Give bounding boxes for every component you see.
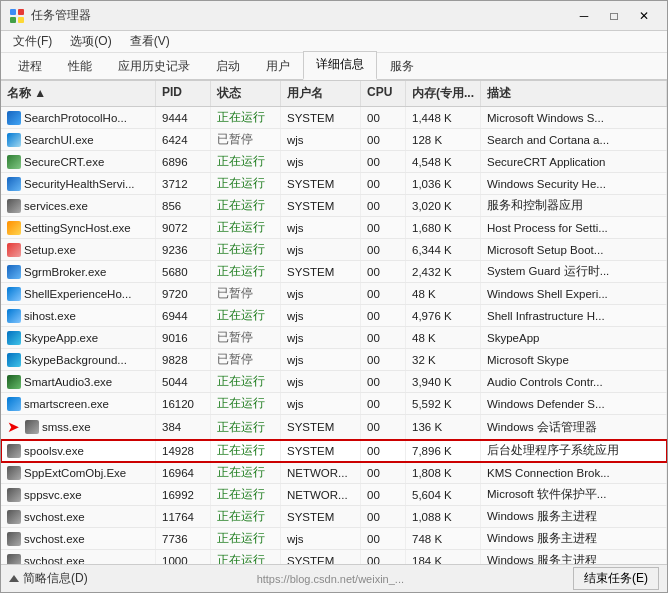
cell-mem: 6,344 K: [406, 239, 481, 260]
cell-cpu: 00: [361, 217, 406, 238]
menu-file[interactable]: 文件(F): [5, 31, 60, 52]
cell-pid: 14928: [156, 440, 211, 461]
cell-pid: 9016: [156, 327, 211, 348]
cell-status: 正在运行: [211, 261, 281, 282]
col-desc[interactable]: 描述: [481, 81, 667, 106]
cell-pid: 5680: [156, 261, 211, 282]
cell-pid: 16964: [156, 462, 211, 483]
col-pid[interactable]: PID: [156, 81, 211, 106]
cell-mem: 4,976 K: [406, 305, 481, 326]
cell-pid: 9444: [156, 107, 211, 128]
table-row[interactable]: SearchProtocolHo... 9444 正在运行 SYSTEM 00 …: [1, 107, 667, 129]
tab-services[interactable]: 服务: [377, 53, 427, 80]
end-task-button[interactable]: 结束任务(E): [573, 567, 659, 590]
close-button[interactable]: ✕: [629, 6, 659, 26]
cell-pid: 6424: [156, 129, 211, 150]
toggle-detail[interactable]: 简略信息(D): [9, 570, 88, 587]
tab-startup[interactable]: 启动: [203, 53, 253, 80]
cell-cpu: 00: [361, 151, 406, 172]
cell-user: wjs: [281, 239, 361, 260]
table-row[interactable]: spoolsv.exe 14928 正在运行 SYSTEM 00 7,896 K…: [1, 440, 667, 462]
col-mem[interactable]: 内存(专用...: [406, 81, 481, 106]
table-row[interactable]: SmartAudio3.exe 5044 正在运行 wjs 00 3,940 K…: [1, 371, 667, 393]
cell-cpu: 00: [361, 550, 406, 564]
menu-view[interactable]: 查看(V): [122, 31, 178, 52]
cell-pid: 384: [156, 415, 211, 439]
table-row[interactable]: ShellExperienceHo... 9720 已暂停 wjs 00 48 …: [1, 283, 667, 305]
cell-name: SettingSyncHost.exe: [1, 217, 156, 238]
process-icon: [7, 554, 21, 565]
tab-process[interactable]: 进程: [5, 53, 55, 80]
tab-details[interactable]: 详细信息: [303, 51, 377, 80]
table-row[interactable]: SkypeBackground... 9828 已暂停 wjs 00 32 K …: [1, 349, 667, 371]
table-row[interactable]: svchost.exe 11764 正在运行 SYSTEM 00 1,088 K…: [1, 506, 667, 528]
process-icon: [7, 375, 21, 389]
menu-options[interactable]: 选项(O): [62, 31, 119, 52]
cell-pid: 6896: [156, 151, 211, 172]
table-row[interactable]: sppsvc.exe 16992 正在运行 NETWOR... 00 5,604…: [1, 484, 667, 506]
col-cpu[interactable]: CPU: [361, 81, 406, 106]
cell-cpu: 00: [361, 107, 406, 128]
table-row[interactable]: SecurityHealthServi... 3712 正在运行 SYSTEM …: [1, 173, 667, 195]
process-icon: [7, 221, 21, 235]
cell-name: svchost.exe: [1, 528, 156, 549]
table-row[interactable]: SecureCRT.exe 6896 正在运行 wjs 00 4,548 K S…: [1, 151, 667, 173]
arrow-up-icon: [9, 575, 19, 582]
svg-rect-2: [10, 17, 16, 23]
table-row[interactable]: svchost.exe 7736 正在运行 wjs 00 748 K Windo…: [1, 528, 667, 550]
cell-user: SYSTEM: [281, 440, 361, 461]
cell-cpu: 00: [361, 484, 406, 505]
cell-status: 已暂停: [211, 129, 281, 150]
cell-name: Setup.exe: [1, 239, 156, 260]
cell-status: 正在运行: [211, 305, 281, 326]
cell-cpu: 00: [361, 129, 406, 150]
cell-desc: SecureCRT Application: [481, 151, 667, 172]
cell-cpu: 00: [361, 327, 406, 348]
process-icon: [7, 510, 21, 524]
title-bar-left: 任务管理器: [9, 7, 91, 24]
col-status[interactable]: 状态: [211, 81, 281, 106]
cell-desc: Windows 服务主进程: [481, 550, 667, 564]
cell-mem: 5,592 K: [406, 393, 481, 414]
cell-user: SYSTEM: [281, 173, 361, 194]
table-row[interactable]: svchost.exe 1000 正在运行 SYSTEM 00 184 K Wi…: [1, 550, 667, 564]
window-controls: ─ □ ✕: [569, 6, 659, 26]
svg-rect-3: [18, 17, 24, 23]
table-header: 名称 ▲ PID 状态 用户名 CPU 内存(专用... 描述: [1, 81, 667, 107]
tab-users[interactable]: 用户: [253, 53, 303, 80]
table-row[interactable]: sihost.exe 6944 正在运行 wjs 00 4,976 K Shel…: [1, 305, 667, 327]
cell-desc: Microsoft Windows S...: [481, 107, 667, 128]
cell-status: 正在运行: [211, 195, 281, 216]
minimize-button[interactable]: ─: [569, 6, 599, 26]
table-row[interactable]: SearchUI.exe 6424 已暂停 wjs 00 128 K Searc…: [1, 129, 667, 151]
tab-performance[interactable]: 性能: [55, 53, 105, 80]
process-icon: [7, 111, 21, 125]
cell-name: svchost.exe: [1, 506, 156, 527]
restore-button[interactable]: □: [599, 6, 629, 26]
table-row[interactable]: SkypeApp.exe 9016 已暂停 wjs 00 48 K SkypeA…: [1, 327, 667, 349]
table-row[interactable]: SettingSyncHost.exe 9072 正在运行 wjs 00 1,6…: [1, 217, 667, 239]
tab-app-history[interactable]: 应用历史记录: [105, 53, 203, 80]
col-name[interactable]: 名称 ▲: [1, 81, 156, 106]
cell-mem: 48 K: [406, 327, 481, 348]
cell-pid: 3712: [156, 173, 211, 194]
cell-desc: SkypeApp: [481, 327, 667, 348]
table-row[interactable]: SppExtComObj.Exe 16964 正在运行 NETWOR... 00…: [1, 462, 667, 484]
table-row[interactable]: SgrmBroker.exe 5680 正在运行 SYSTEM 00 2,432…: [1, 261, 667, 283]
cell-mem: 3,020 K: [406, 195, 481, 216]
cell-name: SecureCRT.exe: [1, 151, 156, 172]
table-row[interactable]: smartscreen.exe 16120 正在运行 wjs 00 5,592 …: [1, 393, 667, 415]
cell-cpu: 00: [361, 173, 406, 194]
cell-status: 已暂停: [211, 283, 281, 304]
cell-desc: Microsoft Skype: [481, 349, 667, 370]
title-bar: 任务管理器 ─ □ ✕: [1, 1, 667, 31]
cell-desc: Shell Infrastructure H...: [481, 305, 667, 326]
table-row[interactable]: ➤ smss.exe 384 正在运行 SYSTEM 00 136 K Wind…: [1, 415, 667, 440]
cell-name: SecurityHealthServi...: [1, 173, 156, 194]
cell-status: 正在运行: [211, 506, 281, 527]
table-row[interactable]: services.exe 856 正在运行 SYSTEM 00 3,020 K …: [1, 195, 667, 217]
cell-desc: Microsoft 软件保护平...: [481, 484, 667, 505]
col-user[interactable]: 用户名: [281, 81, 361, 106]
table-row[interactable]: Setup.exe 9236 正在运行 wjs 00 6,344 K Micro…: [1, 239, 667, 261]
cell-status: 正在运行: [211, 239, 281, 260]
